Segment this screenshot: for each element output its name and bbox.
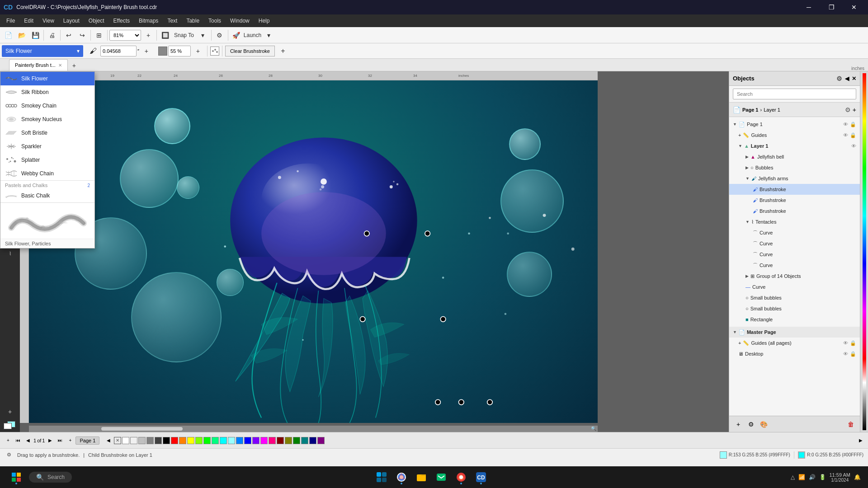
brush-item-sparkler[interactable]: Sparkler [0,140,94,153]
close-button[interactable]: ✕ [844,0,864,14]
tray-notification-icon[interactable]: 🔔 [854,474,861,480]
objects-close-icon[interactable]: ✕ [852,75,856,82]
swatch-black[interactable] [163,437,170,444]
open-button[interactable]: 📂 [15,29,28,42]
swatch-white[interactable] [122,437,129,444]
menu-table[interactable]: Table [182,16,204,26]
brush-item-silk-ribbon[interactable]: Silk Ribbon [0,85,94,99]
swatch-rose[interactable] [269,437,276,444]
horizontal-scrollbar[interactable] [29,426,598,432]
tree-tentacles[interactable]: ▼ ⌇ Tentacles [729,216,860,227]
color-scroll-left[interactable]: ◀ [105,438,112,443]
brush-size-input[interactable] [100,46,137,56]
tree-guides[interactable]: + 📏 Guides 👁 🔒 [729,130,860,141]
taskbar-app-explorer[interactable] [373,468,391,486]
delete-layer-button[interactable]: 🗑 [845,419,856,430]
connector-tool[interactable]: ⌇ [2,247,18,260]
menu-window[interactable]: Window [226,16,254,26]
tab-painterly-brush[interactable]: Painterly Brush t... ✕ [9,59,68,71]
menu-effects[interactable]: Effects [109,16,134,26]
tree-master-page[interactable]: ▼ 📄 Master Page [729,327,860,338]
tree-curve-2[interactable]: ⌒ Curve [729,238,860,249]
tray-arrow-up[interactable]: △ [791,474,795,480]
brush-item-basic-chalk[interactable]: Basic Chalk [0,189,94,202]
tree-small-bubbles-2[interactable]: ○ Small bubbles [729,303,860,314]
menu-tools[interactable]: Tools [204,16,226,26]
swatch-olive[interactable] [285,437,292,444]
new-button[interactable]: 📄 [2,29,14,42]
swatch-darkgray[interactable] [155,437,162,444]
brush-item-webby-chain[interactable]: Webby Chain [0,167,94,180]
first-page-button[interactable]: ⏮ [14,436,23,445]
swatch-darkblue[interactable] [244,437,251,444]
swatch-red[interactable] [171,437,178,444]
brush-item-silk-flower[interactable]: Silk Flower [0,72,94,85]
taskbar-app-files[interactable] [412,468,430,486]
no-fill-swatch[interactable]: ✕ [114,437,121,444]
add-layer-button[interactable]: + [733,419,744,430]
zoom-select[interactable]: 81% 100% 50% [109,30,141,41]
scrollbar-thumb[interactable] [101,427,183,431]
swatch-maroon[interactable] [277,437,284,444]
add-page-end-button[interactable]: + [66,436,75,445]
restore-button[interactable]: ❐ [821,0,842,14]
objects-collapse-icon[interactable]: ◀ [845,75,849,82]
add-page-tool[interactable]: + [2,405,18,418]
clear-brushstroke-button[interactable]: Clear Brushstroke [225,46,275,56]
tree-rectangle[interactable]: ■ Rectangle [729,314,860,325]
tree-curve-3[interactable]: ⌒ Curve [729,249,860,260]
tree-curve-1[interactable]: ⌒ Curve [729,227,860,238]
lock-page1[interactable]: 🔒 [850,122,856,127]
brush-dropdown[interactable]: Silk Flower ▾ [2,45,83,57]
lock-guides-all[interactable]: 🔒 [850,340,856,346]
new-tab-button[interactable]: + [69,60,80,71]
status-settings-icon[interactable]: ⚙ [5,450,14,460]
swatch-yellow[interactable] [187,437,194,444]
swatch-teal[interactable] [301,437,308,444]
brush-item-soft-bristle[interactable]: Soft Bristle [0,126,94,140]
tree-small-bubbles-1[interactable]: ○ Small bubbles [729,292,860,303]
tree-page1[interactable]: ▼ 📄 Page 1 👁 🔒 [729,119,860,130]
launch-label[interactable]: Launch [244,32,261,38]
title-controls[interactable]: ─ ❐ ✕ [798,0,864,14]
swatch-silver[interactable] [138,437,146,444]
breadcrumb-add-icon[interactable]: + [853,106,856,113]
color-scroll-right[interactable]: ▶ [857,438,864,443]
brush-item-smokey-chain[interactable]: Smokey Chain [0,99,94,113]
swatch-gray[interactable] [146,437,154,444]
zoom-in-button[interactable]: + [142,29,155,42]
swatch-green[interactable] [203,437,211,444]
tree-layer1[interactable]: ▼ ▲ Layer 1 👁 [729,141,860,151]
prev-page-button[interactable]: ◀ [24,436,33,445]
page-tab[interactable]: Page 1 [75,436,99,445]
swatch-violet[interactable] [252,437,259,444]
menu-text[interactable]: Text [163,16,182,26]
eye-desktop[interactable]: 👁 [843,351,848,357]
color-strip[interactable] [863,73,866,430]
breadcrumb-settings-icon[interactable]: ⚙ [845,106,851,113]
tree-brushstroke-1[interactable]: 🖌 Brushstroke [729,184,860,195]
save-button[interactable]: 💾 [29,29,42,42]
tree-curve-4[interactable]: ⌒ Curve [729,260,860,271]
tree-jellyfish-arms[interactable]: ▼ 🖌 Jellyfish arms [729,173,860,184]
tree-guides-all[interactable]: + 📏 Guides (all pages) 👁 🔒 [729,338,860,348]
tree-bubbles[interactable]: ▶ ○ Bubbles [729,162,860,173]
options-button[interactable]: ⚙ [213,29,226,42]
layer-color-button[interactable]: 🎨 [758,419,769,430]
drawing-canvas[interactable] [29,80,598,423]
snap-dropdown[interactable]: ▾ [197,29,209,42]
lock-guides[interactable]: 🔒 [850,132,856,138]
menu-view[interactable]: View [38,16,59,26]
last-page-button[interactable]: ⏭ [56,436,65,445]
brush-size-up[interactable]: + [140,45,153,57]
brush-item-splatter[interactable]: Splatter [0,153,94,167]
lock-desktop[interactable]: 🔒 [850,351,856,357]
taskbar-search[interactable]: 🔍 Search [29,472,72,483]
tree-jellyfish-bell[interactable]: ▶ ▲ Jellyfish bell [729,151,860,162]
opacity-input[interactable] [168,46,191,56]
menu-layout[interactable]: Layout [59,16,84,26]
tree-brushstroke-2[interactable]: 🖌 Brushstroke [729,195,860,206]
tree-curve-blue[interactable]: — Curve [729,282,860,292]
swatch-darkgreen[interactable] [293,437,300,444]
fill-color-swatch-status[interactable] [720,451,727,459]
